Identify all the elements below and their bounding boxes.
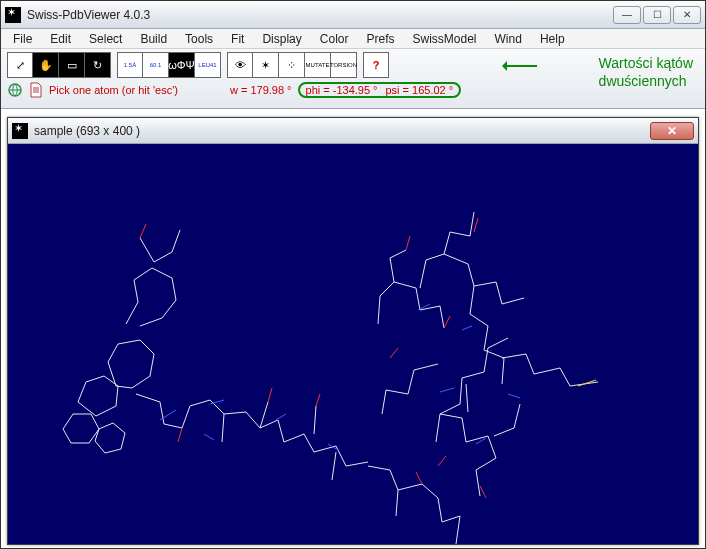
psi-angle-value: psi = 165.02 ° [386, 84, 454, 96]
molecule-structure [8, 144, 698, 544]
menu-file[interactable]: File [5, 31, 40, 47]
menu-build[interactable]: Build [132, 31, 175, 47]
menu-prefs[interactable]: Prefs [358, 31, 402, 47]
menu-select[interactable]: Select [81, 31, 130, 47]
annotation-line1: Wartości kątów [599, 55, 693, 73]
sample-window-titlebar: sample (693 x 400 ) ✕ [8, 118, 698, 144]
minimize-button[interactable]: — [613, 6, 641, 24]
dots-icon[interactable]: ⁘ [279, 52, 305, 78]
dihedral-angle-box: phi = -134.95 ° psi = 165.02 ° [298, 82, 462, 98]
stereo-icon[interactable]: ↻ [85, 52, 111, 78]
dist-1-5a-icon[interactable]: 1.5Å [117, 52, 143, 78]
maximize-button[interactable]: ☐ [643, 6, 671, 24]
sample-window-title: sample (693 x 400 ) [34, 124, 650, 138]
menu-display[interactable]: Display [254, 31, 309, 47]
sample-window-close-button[interactable]: ✕ [650, 122, 694, 140]
sample-window-icon [12, 123, 28, 139]
menubar: File Edit Select Build Tools Fit Display… [1, 29, 705, 49]
menu-tools[interactable]: Tools [177, 31, 221, 47]
menu-edit[interactable]: Edit [42, 31, 79, 47]
toolbar-row: ⤢✋▭↻1.5Å60.1ωΦΨLEU41👁✶⁘MUTATETORSION? [7, 52, 699, 78]
omega-phi-psi-icon[interactable]: ωΦΨ [169, 52, 195, 78]
close-button[interactable]: ✕ [673, 6, 701, 24]
app-icon [5, 7, 21, 23]
eye-star-icon[interactable]: ✶ [253, 52, 279, 78]
angle-60-1-icon[interactable]: 60.1 [143, 52, 169, 78]
phi-angle-value: phi = -134.95 ° [306, 84, 378, 96]
sample-window: sample (693 x 400 ) ✕ [7, 117, 699, 545]
app-title: Swiss-PdbViewer 4.0.3 [27, 8, 613, 22]
molecule-viewport[interactable] [8, 144, 698, 544]
window-controls: — ☐ ✕ [613, 6, 701, 24]
document-icon [29, 82, 43, 98]
annotation-arrow [503, 65, 537, 67]
annotation-label: Wartości kątów dwuściennych [599, 55, 693, 90]
menu-wind[interactable]: Wind [487, 31, 530, 47]
status-row: Pick one atom (or hit 'esc') w = 179.98 … [7, 82, 699, 98]
eye-1a-icon[interactable]: 👁 [227, 52, 253, 78]
menu-help[interactable]: Help [532, 31, 573, 47]
globe-icon [7, 82, 23, 98]
toolbar: ⤢✋▭↻1.5Å60.1ωΦΨLEU41👁✶⁘MUTATETORSION? Pi… [1, 49, 705, 109]
mutate-icon[interactable]: MUTATE [305, 52, 331, 78]
annotation-line2: dwuściennych [599, 73, 693, 91]
w-angle-value: w = 179.98 ° [230, 84, 292, 96]
menu-color[interactable]: Color [312, 31, 357, 47]
menu-swissmodel[interactable]: SwissModel [405, 31, 485, 47]
main-titlebar: Swiss-PdbViewer 4.0.3 — ☐ ✕ [1, 1, 705, 29]
pan-hand-icon[interactable]: ✋ [33, 52, 59, 78]
menu-fit[interactable]: Fit [223, 31, 252, 47]
help-icon[interactable]: ? [363, 52, 389, 78]
expand-icon[interactable]: ⤢ [7, 52, 33, 78]
status-hint: Pick one atom (or hit 'esc') [49, 84, 178, 96]
depth-cue-icon[interactable]: ▭ [59, 52, 85, 78]
torsion-icon[interactable]: TORSION [331, 52, 357, 78]
leu41-icon[interactable]: LEU41 [195, 52, 221, 78]
